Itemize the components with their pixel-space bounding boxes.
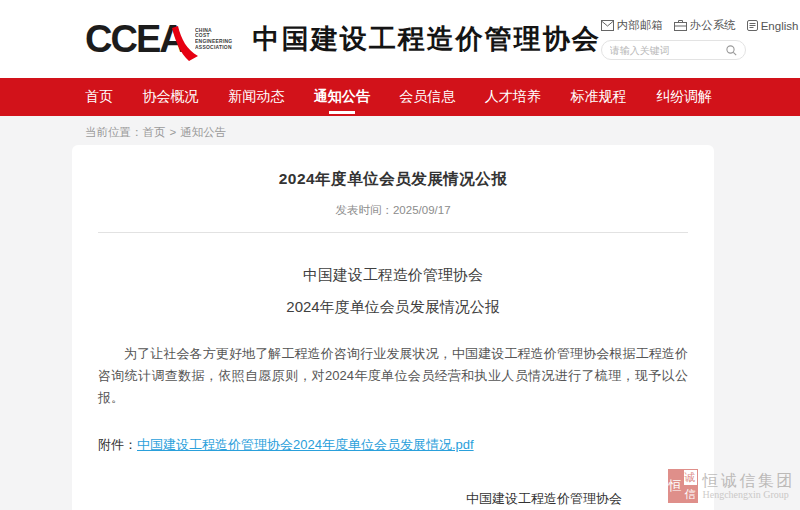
internal-mail-label: 内部邮箱: [617, 18, 663, 33]
hengchengxin-watermark: 恒 诚 信 恒诚信集团 Hengchengxin Group: [668, 469, 796, 503]
watermark-name-cn: 恒诚信集团: [703, 472, 796, 490]
seal-char-left: 恒: [668, 469, 683, 503]
breadcrumb-home-link[interactable]: 首页: [143, 126, 166, 138]
article-heading-org: 中国建设工程造价管理协会: [98, 266, 688, 285]
seal-char-top-right: 诚: [683, 469, 698, 486]
article-card: 2024年度单位会员发展情况公报 发表时间：2025/09/17 中国建设工程造…: [72, 145, 714, 510]
office-system-label: 办公系统: [690, 18, 736, 33]
watermark-text: 恒诚信集团 Hengchengxin Group: [703, 472, 796, 501]
briefcase-icon: [674, 20, 687, 31]
main-nav: 首页 协会概况 新闻动态 通知公告 会员信息 人才培养 标准规程 纠纷调解: [0, 78, 800, 116]
hengchengxin-seal-icon: 恒 诚 信: [668, 469, 698, 503]
breadcrumb-separator: >: [170, 126, 177, 138]
article-paragraph: 为了让社会各方更好地了解工程造价咨询行业发展状况，中国建设工程造价管理协会根据工…: [98, 343, 688, 409]
ccea-logo-subtext: CHINA COST ENGINEERING ASSOCIATION: [195, 20, 243, 58]
signature-org: 中国建设工程造价管理协会: [428, 490, 660, 508]
search-icon[interactable]: [726, 45, 737, 56]
attachment-row: 附件：中国建设工程造价管理协会2024年度单位会员发展情况.pdf: [98, 436, 688, 454]
nav-item-standards[interactable]: 标准规程: [570, 78, 626, 116]
ccea-logo-text: CCEA: [85, 18, 185, 60]
office-system-link[interactable]: 办公系统: [674, 18, 736, 33]
internal-mail-link[interactable]: 内部邮箱: [601, 18, 663, 33]
breadcrumb-current[interactable]: 通知公告: [180, 126, 226, 138]
attachment-pdf-link[interactable]: 中国建设工程造价管理协会2024年度单位会员发展情况.pdf: [137, 437, 474, 452]
header-utility-area: 内部邮箱 办公系统 English: [601, 18, 799, 60]
org-name-title: 中国建设工程造价管理协会: [253, 21, 601, 57]
seal-char-bottom-right: 信: [683, 486, 698, 503]
search-box: [601, 40, 746, 60]
title-divider: [98, 232, 688, 233]
ccea-logo-acronym: CCEA: [85, 20, 191, 58]
breadcrumb: 当前位置：首页>通知公告: [85, 116, 800, 148]
quick-links: 内部邮箱 办公系统 English: [601, 18, 799, 33]
search-input[interactable]: [610, 45, 715, 56]
nav-item-association-overview[interactable]: 协会概况: [143, 78, 199, 116]
site-header: CCEA CHINA COST ENGINEERING ASSOCIATION …: [0, 0, 800, 78]
nav-item-member-info[interactable]: 会员信息: [399, 78, 455, 116]
nav-item-talent-training[interactable]: 人才培养: [485, 78, 541, 116]
publish-time: 发表时间：2025/09/17: [98, 203, 688, 218]
breadcrumb-prefix: 当前位置：: [85, 126, 143, 138]
nav-item-news[interactable]: 新闻动态: [228, 78, 284, 116]
site-logo[interactable]: CCEA CHINA COST ENGINEERING ASSOCIATION …: [85, 20, 601, 58]
article-title: 2024年度单位会员发展情况公报: [98, 169, 688, 190]
publish-time-label: 发表时间：: [335, 204, 393, 216]
nav-item-home[interactable]: 首页: [85, 78, 113, 116]
translate-icon: [747, 20, 758, 31]
signature-block: 中国建设工程造价管理协会 2025年9月17日: [428, 490, 660, 510]
english-language-link[interactable]: English: [747, 20, 799, 32]
publish-time-value: 2025/09/17: [393, 204, 451, 216]
nav-item-notices[interactable]: 通知公告: [314, 78, 370, 116]
logo-subtext-line: ASSOCIATION: [195, 45, 225, 51]
article-heading-subject: 2024年度单位会员发展情况公报: [98, 298, 688, 317]
mail-icon: [601, 20, 614, 31]
attachment-label: 附件：: [98, 437, 137, 452]
english-language-label: English: [761, 20, 799, 32]
watermark-name-en: Hengchengxin Group: [703, 489, 796, 500]
nav-item-dispute-mediation[interactable]: 纠纷调解: [656, 78, 712, 116]
